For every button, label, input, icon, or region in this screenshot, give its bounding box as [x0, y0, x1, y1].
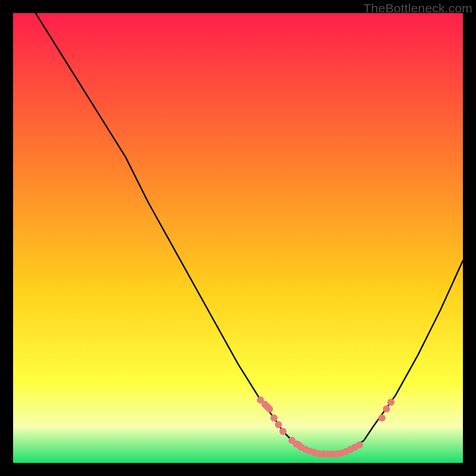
chart-frame: [13, 13, 463, 463]
data-point: [378, 414, 386, 421]
data-point: [280, 428, 287, 435]
watermark-text: TheBottleneck.com: [364, 1, 472, 15]
data-point: [275, 421, 282, 428]
data-point: [383, 405, 390, 412]
data-point: [266, 405, 273, 412]
data-point: [271, 414, 278, 421]
data-point: [356, 441, 363, 449]
bottleneck-chart: [13, 13, 463, 463]
data-point: [387, 399, 394, 406]
